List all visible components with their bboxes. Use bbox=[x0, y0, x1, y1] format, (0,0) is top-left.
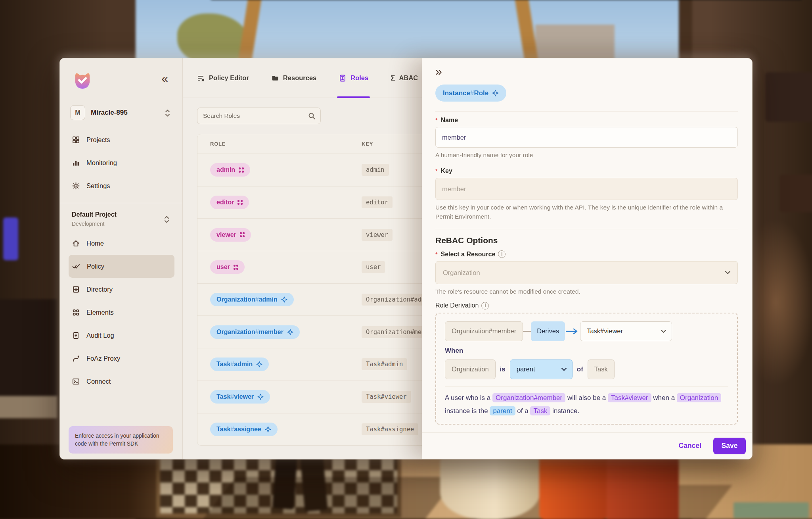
workspace-name: Miracle-895 bbox=[91, 109, 128, 117]
sidebar-item-settings[interactable]: Settings bbox=[69, 174, 174, 197]
arrow-right-icon bbox=[566, 328, 579, 334]
role-editor-panel: » Instance#Role *Name A human-friendly n… bbox=[422, 58, 752, 459]
cream-cup bbox=[440, 456, 540, 519]
panel-divider bbox=[435, 111, 738, 111]
permit-logo bbox=[71, 69, 94, 92]
sidebar-item-home[interactable]: Home bbox=[69, 232, 174, 255]
relation-select[interactable]: parent bbox=[510, 359, 573, 379]
role-derivation-box: Organization#member Derives Task#viewer bbox=[435, 313, 738, 425]
id-badge-icon bbox=[339, 74, 347, 82]
project-environment: Development bbox=[72, 221, 171, 227]
tab-label: ABAC bbox=[399, 74, 418, 82]
derivation-target-select[interactable]: Task#viewer bbox=[580, 321, 672, 341]
role-badge: admin bbox=[210, 163, 250, 177]
connector-line bbox=[523, 331, 531, 332]
sidebar-item-label: Monitoring bbox=[86, 159, 117, 167]
tab-roles[interactable]: Roles bbox=[339, 58, 368, 98]
key-input[interactable] bbox=[435, 178, 738, 200]
tab-abac[interactable]: Σ ABAC bbox=[391, 58, 418, 98]
role-badge: Organization#admin bbox=[210, 293, 294, 306]
sidebar-item-directory[interactable]: Directory bbox=[69, 278, 174, 301]
sparkle-icon bbox=[256, 361, 262, 367]
name-input[interactable] bbox=[435, 127, 738, 148]
role-group-icon bbox=[239, 167, 244, 173]
sidebar-item-label: Directory bbox=[86, 286, 113, 293]
key-helper-text: Use this key in your code or when workin… bbox=[435, 203, 738, 221]
role-key: Task#viewer bbox=[362, 391, 411, 403]
resource-field-label: *Select a Resource i bbox=[435, 250, 738, 258]
bar-chart-icon bbox=[72, 159, 80, 167]
sidebar-item-connect[interactable]: Connect bbox=[69, 370, 174, 393]
role-key: user bbox=[362, 261, 385, 273]
cabinet-icon bbox=[72, 285, 80, 294]
sparkle-icon bbox=[281, 296, 287, 303]
panel-expand-icon[interactable]: » bbox=[435, 65, 449, 77]
cancel-button[interactable]: Cancel bbox=[679, 442, 701, 450]
sidebar-item-elements[interactable]: Elements bbox=[69, 301, 174, 324]
role-group-icon bbox=[237, 200, 243, 205]
instance-role-badge: Instance#Role bbox=[435, 85, 506, 102]
search-icon bbox=[308, 112, 316, 120]
document-icon bbox=[72, 331, 80, 340]
chevron-updown-icon bbox=[164, 215, 170, 224]
tab-label: Roles bbox=[350, 74, 368, 82]
sparkle-icon bbox=[257, 394, 264, 400]
search-roles-input[interactable] bbox=[203, 112, 308, 119]
name-field-label: *Name bbox=[435, 117, 738, 124]
role-badge: editor bbox=[210, 196, 249, 209]
role-group-icon bbox=[240, 232, 245, 237]
relation-object-box: Task bbox=[588, 359, 615, 379]
green-book bbox=[733, 502, 809, 518]
role-key: Task#admin bbox=[362, 358, 407, 370]
resource-helper-text: The role's resource cannot be modified o… bbox=[435, 287, 738, 296]
workspace-selector[interactable]: M Miracle-895 bbox=[70, 105, 173, 120]
sidebar-collapse-icon[interactable]: « bbox=[161, 73, 168, 85]
chevron-down-icon bbox=[661, 330, 666, 333]
chevron-updown-icon bbox=[165, 109, 170, 117]
sidebar-item-foaz-proxy[interactable]: FoAz Proxy bbox=[69, 347, 174, 370]
chevron-down-icon bbox=[561, 368, 567, 371]
sidebar-item-label: Projects bbox=[86, 136, 110, 144]
sidebar-item-monitoring[interactable]: Monitoring bbox=[69, 151, 174, 174]
role-badge: user bbox=[210, 260, 245, 274]
sidebar: « M Miracle-895 Projects bbox=[60, 58, 183, 459]
orange-object bbox=[539, 453, 607, 519]
when-label: When bbox=[445, 347, 728, 355]
info-icon[interactable]: i bbox=[498, 250, 506, 258]
tab-resources[interactable]: Resources bbox=[271, 58, 316, 98]
double-check-icon bbox=[72, 262, 80, 271]
info-icon[interactable]: i bbox=[481, 302, 489, 309]
terminal-icon bbox=[72, 377, 80, 386]
filter-icon bbox=[197, 74, 205, 82]
sidebar-item-label: Elements bbox=[86, 309, 114, 316]
home-icon bbox=[72, 239, 80, 248]
role-derivation-label: Role Derivation i bbox=[435, 302, 738, 309]
derives-chip: Derives bbox=[531, 321, 565, 341]
role-badge: Organization#member bbox=[210, 325, 300, 339]
sidebar-item-projects[interactable]: Projects bbox=[69, 128, 174, 151]
column-header-key: KEY bbox=[362, 141, 373, 147]
sparkle-icon bbox=[265, 426, 271, 432]
grid-icon bbox=[72, 136, 80, 144]
sdk-promo-card[interactable]: Enforce access in your application code … bbox=[69, 426, 173, 454]
column-header-role: ROLE bbox=[197, 141, 362, 147]
sidebar-item-policy[interactable]: Policy bbox=[69, 255, 174, 278]
gear-icon bbox=[72, 182, 80, 190]
sidebar-item-label: FoAz Proxy bbox=[86, 355, 120, 362]
project-selector[interactable]: Default Project Development bbox=[60, 203, 182, 227]
four-circles-icon bbox=[72, 308, 80, 317]
derivation-divider bbox=[445, 386, 728, 386]
tab-policy-editor[interactable]: Policy Editor bbox=[197, 58, 249, 98]
resource-select[interactable]: Organization bbox=[435, 261, 738, 284]
sparkle-icon bbox=[287, 329, 293, 335]
relation-subject-box: Organization bbox=[445, 359, 496, 379]
workspace-avatar: M bbox=[70, 105, 85, 120]
key-field-label: *Key bbox=[435, 167, 738, 175]
sidebar-item-label: Audit Log bbox=[86, 332, 114, 339]
panel-footer: Cancel Save bbox=[422, 432, 752, 459]
route-icon bbox=[72, 354, 80, 363]
save-button[interactable]: Save bbox=[713, 438, 746, 454]
sidebar-item-audit-log[interactable]: Audit Log bbox=[69, 324, 174, 347]
sigma-icon: Σ bbox=[391, 74, 395, 83]
role-badge: Task#assignee bbox=[210, 423, 278, 436]
